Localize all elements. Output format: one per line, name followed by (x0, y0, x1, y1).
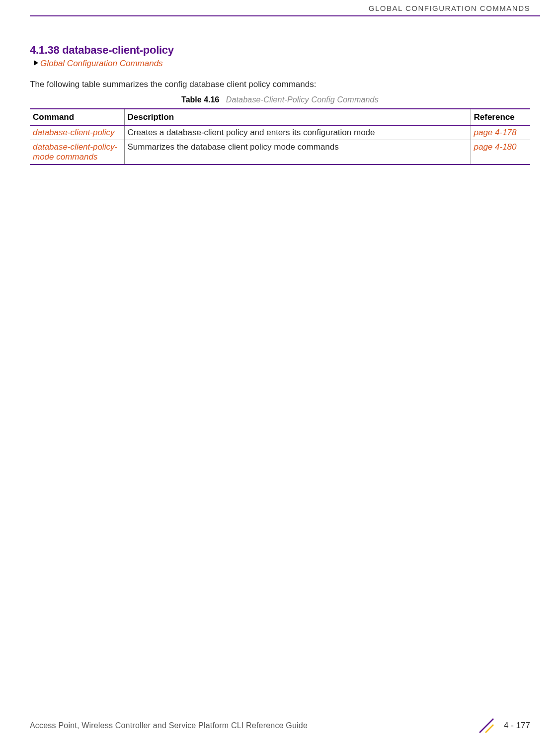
table-cell-description: Summarizes the database client policy mo… (124, 140, 471, 165)
running-header: GLOBAL CONFIGURATION COMMANDS (0, 0, 560, 15)
table-row: database-client-policy-mode commands Sum… (30, 140, 530, 165)
command-link[interactable]: database-client-policy-mode commands (33, 142, 117, 162)
page-footer: Access Point, Wireless Controller and Se… (0, 717, 560, 734)
svg-marker-0 (34, 60, 38, 66)
table-cell-description: Creates a database-client policy and ent… (124, 125, 471, 140)
reference-link[interactable]: page 4-180 (474, 142, 517, 152)
table-caption-label: Table 4.16 (181, 95, 219, 104)
table-header-row: Command Description Reference (30, 109, 530, 126)
reference-link[interactable]: page 4-178 (474, 128, 517, 137)
breadcrumb-link[interactable]: Global Configuration Commands (40, 59, 163, 69)
page-content: 4.1.38 database-client-policy Global Con… (0, 16, 560, 165)
table-header-command: Command (30, 109, 124, 126)
page-number: 4 - 177 (504, 721, 530, 731)
commands-table: Command Description Reference database-c… (30, 108, 530, 165)
footer-doc-title: Access Point, Wireless Controller and Se… (30, 721, 308, 730)
section-heading: 4.1.38 database-client-policy (30, 44, 530, 57)
intro-paragraph: The following table summarizes the confi… (30, 80, 530, 89)
triangle-right-icon (34, 60, 38, 67)
table-header-reference: Reference (471, 109, 530, 126)
command-link[interactable]: database-client-policy (33, 128, 114, 137)
table-caption: Table 4.16 Database-Client-Policy Config… (30, 95, 530, 104)
table-caption-title: Database-Client-Policy Config Commands (226, 95, 379, 104)
brand-logo-icon (478, 717, 495, 734)
breadcrumb: Global Configuration Commands (30, 59, 530, 69)
footer-right: 4 - 177 (478, 717, 530, 734)
table-row: database-client-policy Creates a databas… (30, 125, 530, 140)
table-header-description: Description (124, 109, 471, 126)
svg-line-1 (480, 719, 493, 733)
